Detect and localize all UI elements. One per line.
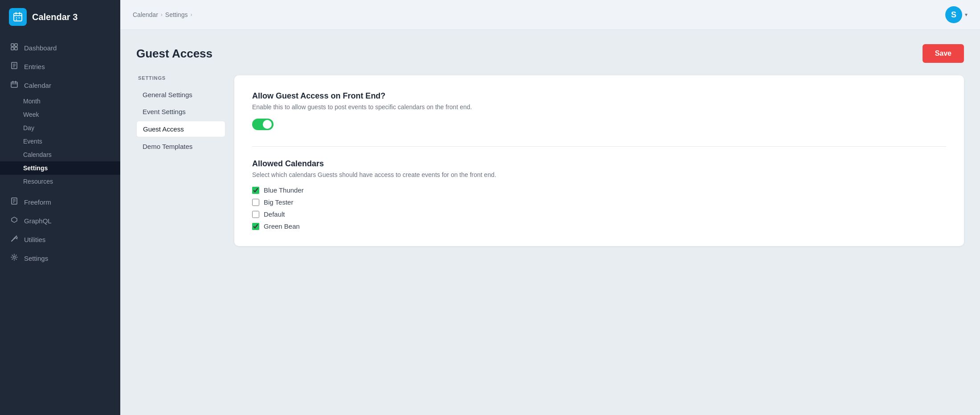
breadcrumb-sep-1: › xyxy=(161,12,163,18)
svg-point-5 xyxy=(19,17,20,18)
calendars-title: Allowed Calendars xyxy=(252,159,946,168)
sidebar-item-freeform[interactable]: Freeform xyxy=(0,193,120,211)
svg-rect-15 xyxy=(11,82,17,87)
settings-nav: SETTINGS General Settings Event Settings… xyxy=(136,75,234,246)
topbar: Calendar › Settings › S ▾ xyxy=(120,0,980,30)
settings-section-label: SETTINGS xyxy=(136,75,225,81)
svg-rect-8 xyxy=(15,44,17,46)
logo-icon xyxy=(9,8,27,26)
settings-icon xyxy=(10,254,19,263)
freeform-icon xyxy=(10,197,19,206)
sidebar-nav: Dashboard Entries Calendar Month Week Da… xyxy=(0,34,120,415)
svg-rect-7 xyxy=(11,44,14,46)
sidebar-item-label: Freeform xyxy=(24,198,51,206)
app-logo[interactable]: Calendar 3 xyxy=(0,0,120,34)
avatar[interactable]: S xyxy=(945,6,962,23)
sidebar-item-utilities[interactable]: Utilities xyxy=(0,230,120,249)
sidebar-item-settings[interactable]: Settings xyxy=(0,249,120,267)
toggle-slider xyxy=(252,119,274,130)
sidebar-item-label: Entries xyxy=(24,63,45,70)
sidebar-sub-calendars[interactable]: Calendars xyxy=(0,148,120,161)
svg-rect-9 xyxy=(11,47,14,50)
calendar-item-green-bean[interactable]: Green Bean xyxy=(252,222,946,230)
sidebar-item-graphql[interactable]: GraphQL xyxy=(0,211,120,230)
checkbox-default[interactable] xyxy=(252,211,259,218)
user-menu[interactable]: S ▾ xyxy=(945,6,968,23)
calendar-label-default: Default xyxy=(264,210,285,218)
divider xyxy=(252,146,946,147)
toggle-section: Allow Guest Access on Front End? Enable … xyxy=(252,91,946,130)
sidebar-sub-resources[interactable]: Resources xyxy=(0,175,120,188)
settings-nav-guest[interactable]: Guest Access xyxy=(136,121,225,137)
sidebar-sub-month[interactable]: Month xyxy=(0,95,120,108)
calendar-item-big-tester[interactable]: Big Tester xyxy=(252,198,946,206)
settings-nav-event[interactable]: Event Settings xyxy=(136,104,225,119)
sidebar-sub-events[interactable]: Events xyxy=(0,135,120,148)
calendar-icon xyxy=(10,81,19,90)
calendar-label-big-tester: Big Tester xyxy=(264,198,293,206)
calendar-item-default[interactable]: Default xyxy=(252,210,946,218)
calendar-label-blue-thunder: Blue Thunder xyxy=(264,186,304,194)
sidebar-item-entries[interactable]: Entries xyxy=(0,57,120,76)
graphql-icon xyxy=(10,216,19,225)
checkbox-blue-thunder[interactable] xyxy=(252,187,259,194)
sidebar-sub-week[interactable]: Week xyxy=(0,108,120,121)
settings-card: Allow Guest Access on Front End? Enable … xyxy=(234,75,964,246)
breadcrumb-settings[interactable]: Settings xyxy=(165,11,188,18)
sidebar-item-label: Settings xyxy=(24,255,48,262)
calendar-item-blue-thunder[interactable]: Blue Thunder xyxy=(252,186,946,194)
calendars-description: Select which calendars Guests should hav… xyxy=(252,171,946,178)
sidebar-item-label: Dashboard xyxy=(24,44,57,52)
dashboard-icon xyxy=(10,43,19,52)
svg-point-6 xyxy=(16,19,17,20)
entries-icon xyxy=(10,62,19,71)
app-title: Calendar 3 xyxy=(32,12,78,22)
sidebar-item-label: GraphQL xyxy=(24,217,52,225)
svg-point-24 xyxy=(13,256,16,259)
calendar-label-green-bean: Green Bean xyxy=(264,222,300,230)
guest-access-toggle[interactable] xyxy=(252,119,274,130)
sidebar-item-calendar[interactable]: Calendar xyxy=(0,76,120,95)
settings-nav-demo[interactable]: Demo Templates xyxy=(136,139,225,154)
toggle-title: Allow Guest Access on Front End? xyxy=(252,91,946,101)
svg-rect-0 xyxy=(14,13,22,21)
svg-line-23 xyxy=(12,239,14,241)
chevron-down-icon: ▾ xyxy=(965,12,968,18)
settings-layout: SETTINGS General Settings Event Settings… xyxy=(136,75,964,246)
sidebar-sub-settings[interactable]: Settings xyxy=(0,161,120,175)
sidebar-item-dashboard[interactable]: Dashboard xyxy=(0,38,120,57)
settings-main-panel: Allow Guest Access on Front End? Enable … xyxy=(234,75,964,246)
checkbox-big-tester[interactable] xyxy=(252,199,259,206)
content-area: Guest Access Save SETTINGS General Setti… xyxy=(120,30,980,415)
save-button[interactable]: Save xyxy=(923,44,964,63)
breadcrumb-sep-2: › xyxy=(190,12,192,18)
sidebar: Calendar 3 Dashboard Entries Calendar Mo… xyxy=(0,0,120,415)
page-title: Guest Access xyxy=(136,47,212,61)
toggle-description: Enable this to allow guests to post even… xyxy=(252,103,946,111)
calendars-list: Blue Thunder Big Tester Default xyxy=(252,186,946,230)
sidebar-item-label: Calendar xyxy=(24,82,51,89)
sidebar-sub-day[interactable]: Day xyxy=(0,121,120,135)
breadcrumb: Calendar › Settings › xyxy=(133,11,192,18)
svg-point-4 xyxy=(16,17,17,18)
settings-nav-general[interactable]: General Settings xyxy=(136,87,225,103)
calendars-section: Allowed Calendars Select which calendars… xyxy=(252,159,946,230)
sidebar-item-label: Utilities xyxy=(24,236,45,243)
checkbox-green-bean[interactable] xyxy=(252,223,259,230)
breadcrumb-calendar[interactable]: Calendar xyxy=(133,11,158,18)
svg-rect-10 xyxy=(15,47,17,50)
page-header: Guest Access Save xyxy=(136,44,964,63)
main-content: Calendar › Settings › S ▾ Guest Access S… xyxy=(120,0,980,415)
utilities-icon xyxy=(10,235,19,244)
